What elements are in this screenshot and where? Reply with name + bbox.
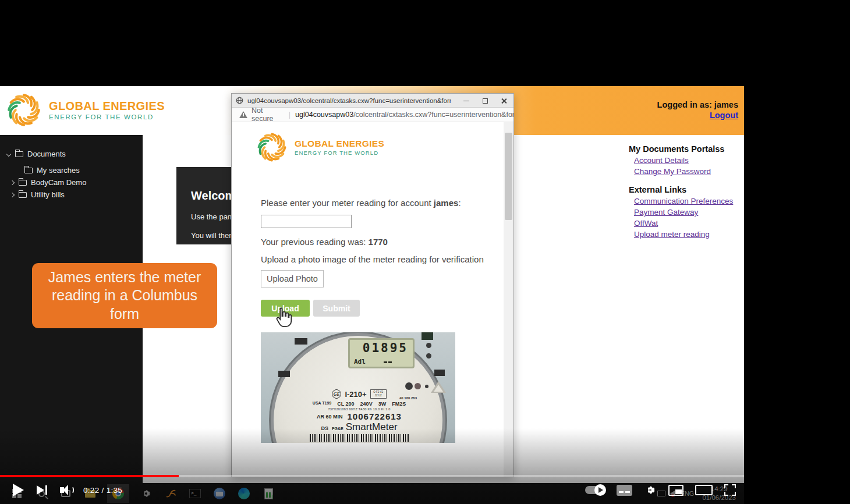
theater-mode-button[interactable] (695, 485, 713, 495)
chevron-down-icon (6, 151, 11, 156)
link-upload-meter-reading[interactable]: Upload meter reading (634, 230, 742, 239)
swirl-logo-icon (255, 130, 289, 164)
folder-icon (19, 180, 27, 186)
miniplayer-button[interactable] (668, 485, 683, 496)
sidebar-item-utility-bills[interactable]: Utility bills (0, 189, 143, 201)
link-offwat[interactable]: OffWat (634, 219, 742, 228)
sidebar-item-documents[interactable]: Documents (0, 148, 143, 160)
link-payment-gateway[interactable]: Payment Gateway (634, 208, 742, 216)
previous-reading-text: Your previous reading was: 1770 (261, 237, 388, 247)
play-button[interactable] (13, 484, 24, 496)
sidebar-item-my-searches[interactable]: My searches (0, 164, 143, 176)
volume-button[interactable] (60, 485, 74, 495)
brand-tagline: ENERGY FOR THE WORLD (295, 150, 384, 156)
chevron-right-icon (10, 180, 15, 184)
minimize-button[interactable] (458, 94, 475, 108)
chevron-right-icon (10, 192, 15, 197)
brand-name: GLOBAL ENERGIES (295, 139, 384, 149)
popup-body: GLOBAL ENERGIES ENERGY FOR THE WORLD Ple… (232, 122, 505, 477)
link-change-password[interactable]: Change My Password (634, 167, 742, 176)
popup-titlebar[interactable]: ugl04couvsapw03/colcentral/cxtasks.cxw?f… (232, 94, 513, 108)
popup-brand-logo: GLOBAL ENERGIES ENERGY FOR THE WORLD (255, 130, 384, 164)
folder-open-icon (15, 151, 23, 157)
player-controls: 0:22 / 1:35 (0, 478, 744, 502)
logged-in-label: Logged in as: james (657, 100, 738, 109)
tree-label: My searches (37, 166, 80, 175)
upload-button[interactable]: Upload (261, 300, 310, 317)
link-account-details[interactable]: Account Details (634, 156, 742, 165)
globe-icon (236, 97, 243, 104)
submit-button[interactable]: Submit (313, 300, 360, 317)
scrollbar-thumb[interactable] (505, 133, 512, 220)
link-communication-preferences[interactable]: Communication Preferences (634, 197, 742, 205)
progress-played (0, 475, 179, 477)
tree-label: Utility bills (31, 190, 65, 199)
meter-barcode (310, 434, 409, 442)
tree-label: Documents (27, 150, 66, 158)
external-links-heading: External Links (629, 185, 742, 194)
autoplay-toggle[interactable] (585, 486, 605, 494)
sidebar-item-bodycam-demo[interactable]: BodyCam Demo (0, 176, 143, 189)
chevron-spacer (16, 169, 20, 172)
close-button[interactable] (495, 94, 512, 108)
meter-volts: 240V (360, 401, 373, 407)
meter-brand: SmartMeter (346, 421, 398, 433)
fullscreen-button[interactable] (724, 484, 736, 496)
popup-title: ugl04couvsapw03/colcentral/cxtasks.cxw?f… (247, 97, 451, 104)
lcd-mode: Adl (354, 358, 366, 365)
warning-icon (239, 111, 247, 118)
popup-scrollbar[interactable] (504, 122, 513, 477)
player-settings-button[interactable] (644, 484, 657, 496)
popup-address-bar[interactable]: Not secure | ugl04couvsapw03/colcentral/… (232, 108, 513, 122)
tree-label: BodyCam Demo (31, 178, 86, 187)
meter-ar: AR 60 MIN (317, 414, 343, 420)
my-documents-heading: My Documents Portalss (629, 144, 742, 154)
meter-reading-input[interactable] (261, 215, 352, 228)
brand-tagline: ENERGY FOR THE WORLD (49, 113, 165, 120)
video-player: GLOBAL ENERGIES ENERGY FOR THE WORLD Log… (0, 0, 850, 504)
meter-lcd: 01895 Adl (348, 338, 415, 368)
welcome-line: You will then (191, 231, 232, 240)
meter-class: CL 200 (337, 401, 354, 407)
time-display: 0:22 / 1:35 (83, 486, 122, 495)
video-frame: GLOBAL ENERGIES ENERGY FOR THE WORLD Log… (0, 86, 744, 504)
url-host: ugl04couvsapw03 (295, 111, 353, 119)
upload-instruction: Upload a photo image of the meter readin… (261, 254, 484, 264)
meter-serial: 1006722613 (348, 411, 402, 421)
meter-config-flags: O F2 V2 J2 U2 (370, 389, 387, 399)
meter-small-specs: 737X261063 60HZ TA30 Kh 10.0 Kt 1.0 (298, 407, 420, 411)
welcome-panel: Welcom Use the pane You will then (176, 167, 232, 244)
upload-photo-button[interactable]: Upload Photo (261, 270, 324, 288)
folder-icon (19, 192, 27, 198)
meter-model: I-210+ (345, 390, 366, 399)
address-divider: | (289, 111, 291, 119)
logout-link[interactable]: Logout (710, 111, 738, 120)
meter-utility: PG&E (332, 427, 343, 431)
meter-photo: 01895 Adl GE I-210+ O F2 V2 J2 U (261, 332, 455, 443)
subtitles-button[interactable] (617, 485, 632, 496)
meter-ds: DS (321, 425, 328, 431)
swirl-logo-icon (5, 91, 43, 129)
welcome-line: Use the pane (191, 212, 232, 221)
meter-warning-triangle (431, 381, 446, 393)
brand-logo: GLOBAL ENERGIES ENERGY FOR THE WORLD (5, 91, 165, 129)
lcd-reading: 01895 (363, 341, 408, 355)
folder-icon (24, 168, 33, 173)
caption-text: James enters the meter reading in a Colu… (32, 268, 217, 323)
quick-links-panel: My Documents Portalss Account Details Ch… (629, 144, 742, 248)
meter-form-code: FM2S (392, 401, 406, 407)
brand-name: GLOBAL ENERGIES (49, 100, 165, 113)
video-progress-bar[interactable] (0, 475, 744, 477)
not-secure-label: Not secure (252, 107, 284, 123)
meter-barcode-text: 1NG10067226131109 (298, 442, 420, 443)
maximize-button[interactable] (476, 94, 494, 108)
meter-wires: 3W (378, 401, 387, 407)
meter-reading-prompt: Please enter your meter reading for acco… (261, 198, 461, 208)
video-caption: James enters the meter reading in a Colu… (32, 263, 217, 328)
meter-reading-popup-window: ugl04couvsapw03/colcentral/cxtasks.cxw?f… (231, 93, 514, 477)
meter-usa: USA T199 (313, 401, 331, 407)
url-path: /colcentral/cxtasks.cxw?func=userinterve… (353, 111, 513, 119)
welcome-title: Welcom (191, 189, 232, 203)
meter-faceplate-text: GE I-210+ O F2 V2 J2 U2 40 166 263 USA T… (298, 389, 420, 443)
next-button[interactable] (37, 485, 47, 495)
